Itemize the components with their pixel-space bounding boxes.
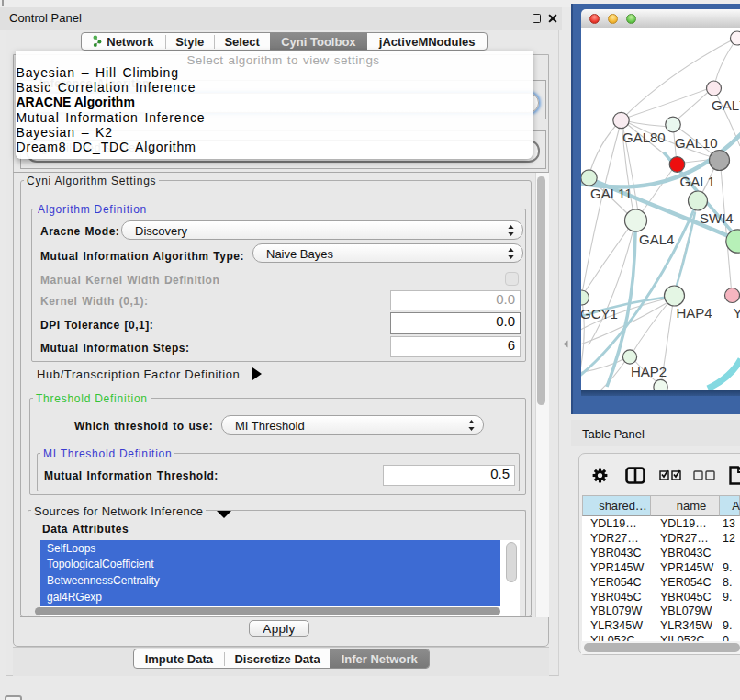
- svg-text:GAL80: GAL80: [622, 130, 666, 145]
- svg-text:GAL4: GAL4: [639, 231, 674, 247]
- svg-text:HAP2: HAP2: [631, 364, 667, 379]
- svg-text:GAL1: GAL1: [680, 174, 715, 189]
- svg-text:GAL11: GAL11: [590, 186, 633, 201]
- svg-text:HAP4: HAP4: [677, 305, 712, 321]
- svg-text:SWI4: SWI4: [700, 210, 734, 226]
- svg-text:GAL7: GAL7: [712, 97, 740, 113]
- svg-text:GCY1: GCY1: [581, 306, 618, 322]
- svg-text:Y: Y: [734, 305, 740, 321]
- svg-text:GAL10: GAL10: [675, 135, 718, 151]
